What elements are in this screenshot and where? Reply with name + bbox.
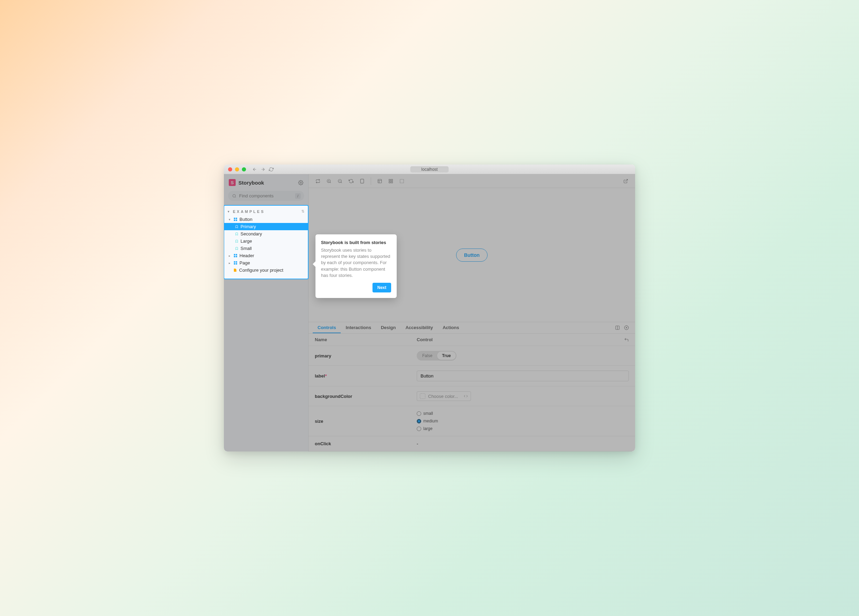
control-row-backgroundcolor: backgroundColor Choose color... [309, 386, 635, 406]
viewport-icon[interactable] [358, 177, 367, 186]
control-value: - [417, 441, 629, 446]
zoom-reset-icon[interactable] [347, 177, 356, 186]
titlebar: localhost [224, 164, 635, 174]
maximize-window-button[interactable] [242, 167, 246, 172]
svg-rect-18 [378, 179, 382, 183]
content-area: S Storybook Find components / ▾ EX [224, 174, 635, 452]
tree-item-label: Secondary [241, 231, 262, 236]
next-button[interactable]: Next [372, 283, 391, 292]
tree-item-label: Small [241, 246, 252, 251]
search-icon [232, 194, 236, 198]
control-name: primary [315, 353, 417, 358]
svg-rect-23 [400, 179, 404, 183]
svg-point-1 [233, 194, 236, 197]
chevron-down-icon: ▾ [228, 210, 231, 213]
radio-small[interactable]: small [417, 411, 629, 416]
chevron-right-icon: ▸ [228, 254, 231, 258]
tree-story-small[interactable]: Small [224, 245, 308, 252]
toggle-false[interactable]: False [417, 352, 437, 360]
label-input[interactable] [417, 371, 629, 381]
control-name: label* [315, 373, 417, 378]
toggle-true[interactable]: True [437, 352, 455, 360]
url-bar[interactable]: localhost [410, 166, 448, 172]
svg-rect-4 [234, 219, 235, 221]
control-row-onclick: onClick - [309, 436, 635, 452]
svg-rect-11 [236, 261, 237, 263]
svg-rect-5 [236, 219, 237, 221]
code-icon[interactable] [464, 394, 468, 398]
color-picker[interactable]: Choose color... [417, 391, 471, 401]
control-name: onClick [315, 441, 417, 446]
component-icon [234, 254, 237, 258]
tree-component-header[interactable]: ▸ Header [224, 252, 308, 259]
search-input[interactable]: Find components / [228, 191, 304, 201]
back-icon[interactable] [252, 167, 257, 172]
canvas-toolbar [309, 174, 635, 188]
bookmark-icon [234, 225, 238, 228]
tree-item-label: Page [239, 260, 250, 266]
radio-large[interactable]: large [417, 426, 629, 431]
control-name: size [315, 419, 417, 424]
zoom-in-icon[interactable] [325, 177, 333, 186]
tab-accessibility[interactable]: Accessibility [400, 322, 438, 333]
color-swatch-icon [420, 393, 425, 399]
reload-icon[interactable] [269, 167, 274, 172]
tree-component-page[interactable]: ▸ Page [224, 259, 308, 267]
bookmark-icon [234, 239, 238, 243]
close-panel-icon[interactable] [622, 323, 631, 332]
control-row-size: size small medium large [309, 406, 635, 436]
tree-story-secondary[interactable]: Secondary [224, 230, 308, 238]
svg-rect-3 [236, 218, 237, 219]
tab-actions[interactable]: Actions [438, 322, 464, 333]
sidebar-header: S Storybook [224, 174, 308, 189]
forward-icon[interactable] [261, 167, 266, 172]
size-radio-group: small medium large [417, 411, 629, 431]
tree-item-label: Configure your project [239, 267, 283, 273]
tree-item-label: Button [239, 217, 253, 222]
gear-icon[interactable] [298, 180, 303, 185]
onboarding-tooltip: Storybook is built from stories Storyboo… [315, 235, 397, 298]
column-control: Control [417, 337, 433, 342]
component-icon [234, 217, 237, 221]
tree-component-button[interactable]: ▾ Button [224, 216, 308, 223]
expand-collapse-icon[interactable]: ⇅ [301, 209, 305, 214]
tree-item-label: Header [239, 253, 254, 258]
tree-story-primary[interactable]: Primary [224, 223, 308, 230]
minimize-window-button[interactable] [235, 167, 239, 172]
controls-header: Name Control [309, 334, 635, 346]
section-label: EXAMPLES [233, 210, 265, 214]
grid-icon[interactable] [386, 177, 395, 186]
svg-rect-7 [236, 254, 237, 255]
tab-interactions[interactable]: Interactions [341, 322, 376, 333]
sync-icon[interactable] [313, 177, 322, 186]
section-examples[interactable]: ▾ EXAMPLES ⇅ [224, 208, 308, 216]
toolbar-separator [371, 177, 371, 185]
storybook-logo-icon: S [229, 179, 236, 186]
background-icon[interactable] [375, 177, 384, 186]
tree-doc-configure[interactable]: Configure your project [224, 267, 308, 274]
close-window-button[interactable] [228, 167, 232, 172]
outline-icon[interactable] [397, 177, 406, 186]
tab-design[interactable]: Design [376, 322, 400, 333]
chevron-right-icon: ▸ [228, 261, 231, 265]
app-window: localhost S Storybook Find components / [224, 164, 635, 452]
tooltip-title: Storybook is built from stories [321, 240, 391, 245]
reset-controls-icon[interactable] [624, 338, 629, 342]
radio-medium[interactable]: medium [417, 419, 629, 424]
svg-rect-8 [234, 256, 235, 257]
doc-icon [233, 268, 237, 272]
open-in-new-tab-icon[interactable] [621, 177, 630, 186]
tab-controls[interactable]: Controls [313, 322, 341, 333]
preview-button[interactable]: Button [456, 249, 487, 262]
tree-highlight: ▾ EXAMPLES ⇅ ▾ Button Primary [224, 205, 309, 279]
addons-panel: Controls Interactions Design Accessibili… [309, 322, 635, 452]
logo-text: Storybook [238, 180, 264, 186]
toggle-primary[interactable]: False True [417, 351, 456, 361]
panel-orientation-icon[interactable] [613, 323, 622, 332]
control-row-label: label* [309, 366, 635, 386]
zoom-out-icon[interactable] [336, 177, 345, 186]
tree-item-label: Primary [241, 224, 256, 229]
nav-controls [252, 167, 274, 172]
svg-rect-9 [236, 256, 237, 257]
tree-story-large[interactable]: Large [224, 238, 308, 245]
